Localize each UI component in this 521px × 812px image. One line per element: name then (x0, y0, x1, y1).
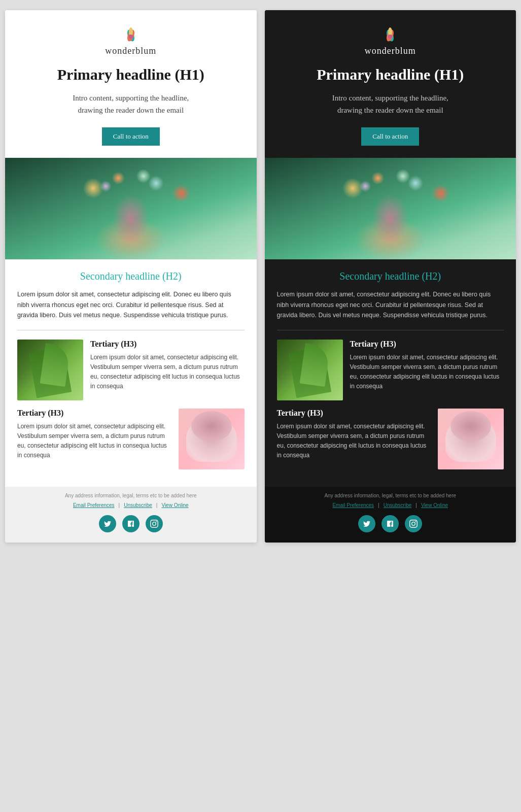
secondary-headline-dark: Secondary headline (H2) (277, 270, 504, 282)
tertiary-image-2-dark (438, 409, 504, 469)
body-text-light: Lorem ipsum dolor sit amet, consectetur … (17, 289, 245, 321)
tertiary-headline-2-dark: Tertiary (H3) (277, 409, 431, 418)
hero-image-dark (265, 158, 516, 259)
content-section-dark: Secondary headline (H2) Lorem ipsum dolo… (265, 259, 516, 487)
footer-link-unsubscribe-dark[interactable]: Unsubscribe (384, 502, 412, 508)
footer-link-unsubscribe-light[interactable]: Unsubscribe (124, 502, 152, 508)
social-icons-light (15, 515, 247, 532)
hero-image-light (5, 158, 257, 259)
cta-button-dark[interactable]: Call to action (361, 127, 419, 146)
intro-text-light: Intro content, supporting the headline, … (60, 92, 202, 116)
svg-point-7 (388, 35, 392, 39)
logo-text-dark: wonderblum (275, 46, 506, 56)
social-icons-dark (275, 515, 506, 532)
tertiary-text-1-light: Lorem ipsum dolor sit amet, consectetur … (90, 353, 245, 392)
instagram-icon-light[interactable] (146, 515, 163, 532)
card-footer-dark: Any address information, legal, terms et… (265, 487, 516, 543)
primary-headline-light: Primary headline (H1) (15, 65, 247, 84)
intro-text-dark: Intro content, supporting the headline, … (319, 92, 461, 116)
instagram-icon-dark[interactable] (405, 515, 422, 532)
tertiary-headline-2-light: Tertiary (H3) (17, 409, 171, 418)
footer-links-light: Email Preferences | Unsubscribe | View O… (15, 502, 247, 508)
tertiary-content-2-light: Tertiary (H3) Lorem ipsum dolor sit amet… (17, 409, 171, 461)
divider-dark (277, 330, 504, 330)
tertiary-text-2-dark: Lorem ipsum dolor sit amet, consectetur … (277, 422, 431, 461)
body-text-dark: Lorem ipsum dolor sit amet, consectetur … (277, 289, 504, 321)
footer-links-dark: Email Preferences | Unsubscribe | View O… (275, 502, 506, 508)
content-section-light: Secondary headline (H2) Lorem ipsum dolo… (5, 259, 257, 487)
tertiary-content-2-dark: Tertiary (H3) Lorem ipsum dolor sit amet… (277, 409, 431, 461)
tertiary-image-1-light (17, 340, 83, 400)
cta-button-light[interactable]: Call to action (102, 127, 160, 146)
twitter-icon-light[interactable] (99, 515, 116, 532)
twitter-icon-dark[interactable] (358, 515, 375, 532)
footer-link-preferences-dark[interactable]: Email Preferences (332, 502, 374, 508)
tertiary-headline-1-light: Tertiary (H3) (90, 340, 245, 349)
footer-sep-2-dark: | (415, 502, 417, 508)
facebook-icon-dark[interactable] (381, 515, 399, 532)
email-light: wonderblum Primary headline (H1) Intro c… (5, 10, 257, 543)
email-header-light: wonderblum Primary headline (H1) Intro c… (5, 10, 257, 158)
footer-sep-1-dark: | (378, 502, 379, 508)
secondary-headline-light: Secondary headline (H2) (17, 270, 245, 282)
tertiary-headline-1-dark: Tertiary (H3) (350, 340, 504, 349)
footer-link-view-dark[interactable]: View Online (421, 502, 448, 508)
logo-icon-dark (275, 24, 506, 46)
divider-light (17, 330, 245, 330)
tertiary-content-1-dark: Tertiary (H3) Lorem ipsum dolor sit amet… (350, 340, 504, 392)
email-header-dark: wonderblum Primary headline (H1) Intro c… (265, 10, 516, 158)
facebook-icon-light[interactable] (122, 515, 140, 532)
footer-address-light: Any address information, legal, terms et… (15, 493, 247, 498)
tertiary-text-1-dark: Lorem ipsum dolor sit amet, consectetur … (350, 353, 504, 392)
logo-icon (15, 24, 247, 46)
footer-sep-1-light: | (119, 502, 120, 508)
footer-link-preferences-light[interactable]: Email Preferences (73, 502, 115, 508)
logo-text-light: wonderblum (15, 46, 247, 56)
primary-headline-dark: Primary headline (H1) (275, 65, 506, 84)
footer-address-dark: Any address information, legal, terms et… (275, 493, 506, 498)
footer-sep-2-light: | (156, 502, 158, 508)
email-dark: wonderblum Primary headline (H1) Intro c… (265, 10, 516, 543)
tertiary-text-2-light: Lorem ipsum dolor sit amet, consectetur … (17, 422, 171, 461)
tertiary-image-2-light (179, 409, 245, 469)
tertiary-content-1-light: Tertiary (H3) Lorem ipsum dolor sit amet… (90, 340, 245, 392)
card-footer-light: Any address information, legal, terms et… (5, 487, 257, 543)
tertiary-row-1-light: Tertiary (H3) Lorem ipsum dolor sit amet… (17, 340, 245, 400)
footer-link-view-light[interactable]: View Online (161, 502, 188, 508)
tertiary-row-2-dark: Tertiary (H3) Lorem ipsum dolor sit amet… (277, 409, 504, 469)
tertiary-row-2-light: Tertiary (H3) Lorem ipsum dolor sit amet… (17, 409, 245, 469)
tertiary-row-1-dark: Tertiary (H3) Lorem ipsum dolor sit amet… (277, 340, 504, 400)
tertiary-image-1-dark (277, 340, 343, 400)
svg-point-3 (129, 35, 133, 39)
